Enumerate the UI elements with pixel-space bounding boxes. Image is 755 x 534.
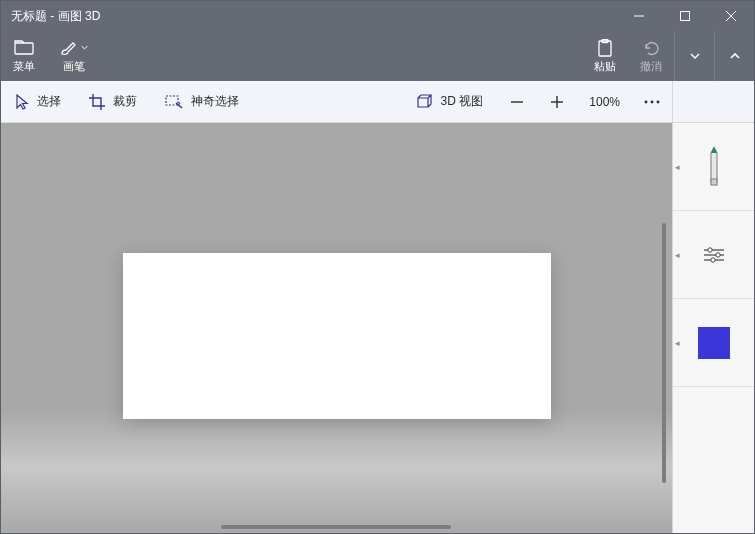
collapse-handle-icon[interactable]: ◂ (675, 162, 680, 172)
view3d-label: 3D 视图 (441, 93, 484, 110)
cursor-icon (15, 94, 29, 110)
svg-rect-1 (681, 12, 690, 21)
close-icon (726, 11, 736, 21)
select-tool[interactable]: 选择 (1, 81, 75, 122)
minimize-icon (634, 11, 644, 21)
maximize-button[interactable] (662, 1, 708, 31)
brush-label: 画笔 (63, 59, 85, 74)
svg-point-12 (651, 100, 654, 103)
zoom-in-button[interactable] (537, 81, 577, 122)
magic-select-icon (165, 95, 183, 109)
workarea: ◂ ◂ ◂ (1, 123, 754, 533)
vertical-scrollbar[interactable] (662, 223, 666, 483)
rail-empty (673, 387, 754, 533)
brush-settings-cell[interactable]: ◂ (673, 211, 754, 299)
zoom-out-button[interactable] (497, 81, 537, 122)
chevron-up-icon (729, 50, 741, 62)
toolbar: 选择 裁剪 神奇选择 3D 视图 100% (1, 81, 754, 123)
crop-label: 裁剪 (113, 93, 137, 110)
svg-point-13 (657, 100, 660, 103)
brush-preview-cell[interactable]: ◂ (673, 123, 754, 211)
horizontal-scrollbar[interactable] (221, 525, 451, 529)
close-button[interactable] (708, 1, 754, 31)
svg-rect-14 (711, 179, 717, 185)
tool-options-rail: ◂ ◂ ◂ (672, 123, 754, 533)
zoom-level[interactable]: 100% (577, 95, 632, 109)
crop-tool[interactable]: 裁剪 (75, 81, 151, 122)
undo-label: 撤消 (640, 59, 662, 74)
magic-select-tool[interactable]: 神奇选择 (151, 81, 253, 122)
view3d-button[interactable]: 3D 视图 (401, 81, 498, 122)
minus-icon (510, 95, 524, 109)
collapse-handle-icon[interactable]: ◂ (675, 250, 680, 260)
minimize-button[interactable] (616, 1, 662, 31)
sliders-icon (704, 247, 724, 263)
svg-point-20 (710, 257, 714, 261)
menu-label: 菜单 (13, 59, 35, 74)
more-icon (644, 100, 660, 104)
undo-button[interactable]: 撤消 (628, 31, 674, 81)
paste-button[interactable]: 粘贴 (582, 31, 628, 81)
marker-icon (703, 145, 725, 189)
plus-icon (550, 95, 564, 109)
brush-icon (59, 39, 88, 57)
paste-label: 粘贴 (594, 59, 616, 74)
window-controls (616, 1, 754, 31)
maximize-icon (680, 11, 690, 21)
toolbar-overflow[interactable] (632, 100, 672, 104)
chevron-down-icon (690, 51, 700, 61)
canvas-viewport[interactable] (1, 123, 672, 533)
svg-point-18 (715, 252, 719, 256)
svg-rect-5 (599, 41, 611, 56)
clipboard-icon (597, 39, 613, 57)
toolbar-panel-spacer (672, 81, 754, 122)
history-dropdown[interactable] (674, 31, 714, 81)
menu-button[interactable]: 菜单 (1, 31, 47, 81)
app-window: 无标题 - 画图 3D 菜单 画笔 (0, 0, 755, 534)
svg-point-16 (707, 247, 711, 251)
svg-rect-4 (15, 43, 33, 54)
magic-select-label: 神奇选择 (191, 93, 239, 110)
command-bar: 菜单 画笔 粘贴 撤消 (1, 31, 754, 81)
chevron-down-icon (81, 44, 88, 51)
color-cell[interactable]: ◂ (673, 299, 754, 387)
collapse-handle-icon[interactable]: ◂ (675, 338, 680, 348)
brush-button[interactable]: 画笔 (47, 31, 100, 81)
undo-icon (642, 39, 660, 57)
current-color-swatch[interactable] (698, 327, 730, 359)
folder-icon (14, 39, 34, 57)
svg-point-11 (645, 100, 648, 103)
crop-icon (89, 94, 105, 110)
select-label: 选择 (37, 93, 61, 110)
cube3d-icon (415, 94, 433, 110)
panel-expand-button[interactable] (714, 31, 754, 81)
titlebar: 无标题 - 画图 3D (1, 1, 754, 31)
canvas[interactable] (123, 253, 551, 419)
window-title: 无标题 - 画图 3D (1, 8, 616, 25)
